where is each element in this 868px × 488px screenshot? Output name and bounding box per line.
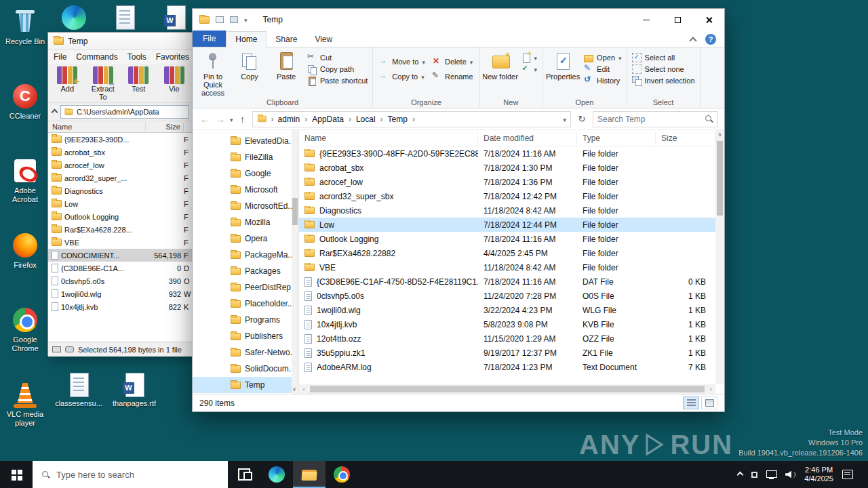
winrar-menu-item[interactable]: File bbox=[54, 52, 66, 62]
volume-icon[interactable] bbox=[785, 470, 795, 479]
winrar-menu-item[interactable]: Tools bbox=[127, 52, 146, 62]
easy-access-button[interactable] bbox=[521, 64, 538, 74]
tray-app-icon[interactable] bbox=[751, 472, 757, 478]
taskbar-winrar-button[interactable] bbox=[358, 461, 391, 488]
breadcrumb[interactable]: adminAppDataLocalTemp bbox=[252, 111, 571, 127]
address-dropdown-chevron-icon[interactable] bbox=[563, 115, 566, 124]
qat-new-folder-icon[interactable] bbox=[230, 16, 238, 23]
rename-button[interactable]: Rename bbox=[432, 72, 473, 81]
minimize-button[interactable] bbox=[631, 9, 662, 30]
thumbnail-view-button[interactable] bbox=[701, 396, 717, 409]
taskbar-search[interactable]: Type here to search bbox=[33, 461, 228, 488]
file-row[interactable]: 0clsvhp5.o0s 11/24/2020 7:28 PM O0S File… bbox=[299, 289, 715, 303]
desktop-icon[interactable]: VLC media player bbox=[3, 377, 47, 451]
breadcrumb-item[interactable]: Temp bbox=[388, 115, 420, 124]
search-input[interactable] bbox=[597, 115, 702, 124]
type-column-header[interactable]: Type bbox=[577, 132, 656, 144]
tree-folder-item[interactable]: Packages bbox=[193, 263, 298, 279]
scroll-right-icon[interactable] bbox=[706, 386, 715, 392]
tree-folder-item[interactable]: FileZilla bbox=[193, 149, 298, 165]
recent-locations-chevron-icon[interactable] bbox=[230, 115, 233, 124]
desktop-icon[interactable]: Recycle Bin bbox=[3, 4, 47, 79]
winrar-file-row[interactable]: {C3D8E96E-C1A... 0 D bbox=[48, 262, 193, 274]
file-row[interactable]: acrocef_low 7/18/2024 1:36 PM File folde… bbox=[299, 175, 715, 189]
tree-folder-item[interactable]: Mozilla bbox=[193, 214, 298, 230]
name-column-header[interactable]: Name bbox=[299, 132, 478, 144]
pin-to-quick-access-button[interactable]: Pin to Quick access bbox=[195, 47, 231, 98]
tree-folder-item[interactable]: Opera bbox=[193, 230, 298, 247]
file-row[interactable]: {9EE293E3-390D-48FF-A2D0-59F3E2EC88... 7… bbox=[299, 146, 715, 161]
winrar-file-row[interactable]: Low F bbox=[48, 197, 193, 210]
taskbar-edge-button[interactable] bbox=[260, 461, 293, 488]
winrar-file-row[interactable]: VBE F bbox=[48, 236, 193, 249]
scrollbar-thumb[interactable] bbox=[717, 141, 723, 216]
forward-button[interactable]: → bbox=[214, 114, 226, 125]
winrar-file-row[interactable]: {9EE293E3-390D... F bbox=[48, 133, 193, 146]
copy-button[interactable]: Copy bbox=[231, 47, 268, 98]
disk-icon[interactable] bbox=[65, 346, 74, 352]
vertical-scrollbar[interactable] bbox=[715, 130, 724, 384]
ribbon-tab[interactable]: File bbox=[193, 30, 226, 47]
desktop-icon[interactable]: Google Chrome bbox=[3, 302, 47, 377]
date-modified-column-header[interactable]: Date modified bbox=[478, 132, 577, 144]
file-row[interactable]: 35u5ppiu.zk1 9/19/2017 12:37 PM ZK1 File… bbox=[299, 346, 715, 360]
new-item-button[interactable] bbox=[521, 53, 538, 62]
explorer-titlebar[interactable]: Temp bbox=[193, 9, 724, 30]
file-row[interactable]: acrobat_sbx 7/18/2024 1:30 PM File folde… bbox=[299, 161, 715, 175]
qat-customize-chevron-icon[interactable] bbox=[244, 15, 248, 24]
winrar-file-row[interactable]: Rar$EXa4628.228... F bbox=[48, 223, 193, 236]
ribbon-collapse-chevron-icon[interactable] bbox=[689, 37, 696, 44]
edit-button[interactable]: Edit bbox=[584, 64, 621, 74]
winrar-file-row[interactable]: Outlook Logging F bbox=[48, 210, 193, 223]
open-button[interactable]: Open bbox=[584, 53, 621, 62]
desktop-icon[interactable] bbox=[111, 4, 139, 31]
winrar-file-row[interactable]: acrobat_sbx F bbox=[48, 146, 193, 159]
nav-scrollbar[interactable] bbox=[292, 130, 298, 394]
size-column-header[interactable]: Size bbox=[656, 132, 715, 144]
file-row[interactable]: VBE 11/18/2024 8:42 AM File folder bbox=[299, 260, 715, 274]
desktop-icon[interactable]: CCleaner bbox=[3, 79, 47, 153]
ribbon-tab[interactable]: View bbox=[306, 32, 341, 47]
winrar-file-row[interactable]: acrord32_super_... F bbox=[48, 171, 193, 184]
paste-button[interactable]: Paste bbox=[268, 47, 304, 98]
scroll-down-icon[interactable] bbox=[292, 386, 296, 392]
winrar-file-row[interactable]: 10x4jtlj.kvb 822 K bbox=[48, 300, 193, 313]
back-button[interactable]: ← bbox=[199, 114, 211, 125]
desktop-file-icon[interactable]: thanpages.rtf bbox=[110, 371, 159, 408]
copy-to-button[interactable]: Copy to bbox=[379, 72, 425, 81]
winrar-size-column[interactable]: Size bbox=[146, 123, 184, 131]
file-row[interactable]: Rar$EXa4628.22882 4/4/2025 2:45 PM File … bbox=[299, 246, 715, 260]
tree-folder-item[interactable]: PeerDistRep... bbox=[193, 279, 298, 296]
new-folder-button[interactable]: New folder bbox=[482, 47, 519, 98]
tree-folder-item[interactable]: Programs bbox=[193, 312, 298, 328]
ribbon-tab[interactable]: Home bbox=[226, 31, 267, 47]
horizontal-scrollbar[interactable] bbox=[299, 384, 715, 394]
file-row[interactable]: Diagnostics 11/18/2024 8:42 AM File fold… bbox=[299, 203, 715, 218]
details-view-button[interactable] bbox=[683, 396, 699, 409]
desktop-icon[interactable] bbox=[161, 4, 190, 31]
tree-folder-item[interactable]: Placeholder... bbox=[193, 296, 298, 312]
maximize-button[interactable] bbox=[662, 9, 693, 30]
file-row[interactable]: 12ot4ttb.ozz 11/15/2020 1:29 AM OZZ File… bbox=[299, 331, 715, 346]
task-view-button[interactable] bbox=[228, 461, 260, 488]
scroll-up-icon[interactable] bbox=[715, 131, 724, 138]
refresh-icon[interactable] bbox=[574, 111, 589, 127]
properties-button[interactable]: Properties bbox=[545, 47, 581, 98]
desktop-file-icon[interactable]: classesensu... bbox=[54, 371, 103, 408]
taskbar-explorer-button[interactable] bbox=[293, 461, 326, 488]
up-button[interactable]: ↑ bbox=[237, 114, 249, 125]
winrar-file-row[interactable]: CONOCIMIENT... 564,198 F bbox=[48, 249, 193, 262]
help-icon[interactable] bbox=[705, 34, 716, 45]
notification-center-icon[interactable] bbox=[842, 470, 853, 479]
scrollbar-thumb[interactable] bbox=[292, 198, 298, 225]
tree-folder-item[interactable]: Google bbox=[193, 165, 298, 182]
winrar-tool-button[interactable]: Add bbox=[51, 65, 84, 93]
tray-overflow-chevron-icon[interactable] bbox=[737, 471, 744, 478]
file-row[interactable]: Low 7/18/2024 12:44 PM File folder bbox=[299, 218, 715, 232]
invert-selection-button[interactable]: Invert selection bbox=[632, 76, 695, 85]
paste-shortcut-button[interactable]: Paste shortcut bbox=[307, 76, 368, 85]
desktop-icon[interactable]: Adobe Acrobat bbox=[3, 153, 47, 228]
delete-button[interactable]: Delete bbox=[432, 57, 473, 66]
winrar-menu-item[interactable]: Favorites bbox=[156, 52, 189, 62]
winrar-file-row[interactable]: Diagnostics F bbox=[48, 184, 193, 197]
